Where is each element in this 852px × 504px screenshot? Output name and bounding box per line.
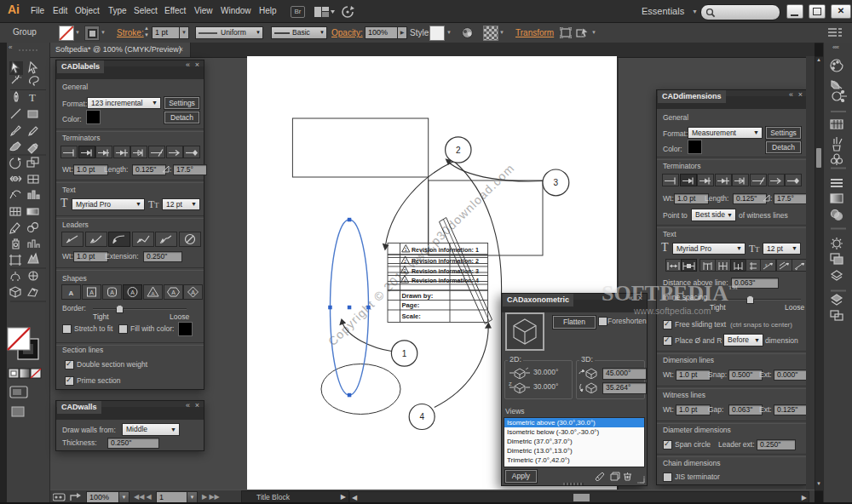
svg-text:Scale:: Scale: <box>402 312 421 320</box>
svg-text:A: A <box>110 289 114 295</box>
svg-text:Revision information: 2: Revision information: 2 <box>412 258 479 265</box>
svg-text:1: 1 <box>405 247 407 252</box>
svg-text:A: A <box>130 289 135 295</box>
svg-text:4: 4 <box>419 412 424 421</box>
svg-text:T: T <box>29 91 36 104</box>
svg-text:2: 2 <box>456 146 461 155</box>
svg-text:3: 3 <box>554 178 559 187</box>
svg-text:Revision information: 3: Revision information: 3 <box>412 268 479 275</box>
svg-text:A: A <box>151 291 154 296</box>
svg-text:A: A <box>192 289 196 295</box>
svg-text:3: 3 <box>404 268 406 273</box>
svg-text:4: 4 <box>404 278 406 284</box>
svg-text:1: 1 <box>402 349 407 358</box>
svg-text:Page:: Page: <box>402 301 420 309</box>
svg-text:A: A <box>89 289 94 295</box>
svg-text:Z: Z <box>509 381 512 387</box>
svg-text:Revision information: 4: Revision information: 4 <box>412 278 479 284</box>
svg-text:2: 2 <box>404 259 406 264</box>
svg-text:Revision information: 1: Revision information: 1 <box>412 247 479 254</box>
svg-text:Drawn by:: Drawn by: <box>402 292 434 300</box>
svg-text:A: A <box>69 289 74 297</box>
svg-text:A: A <box>171 289 176 295</box>
